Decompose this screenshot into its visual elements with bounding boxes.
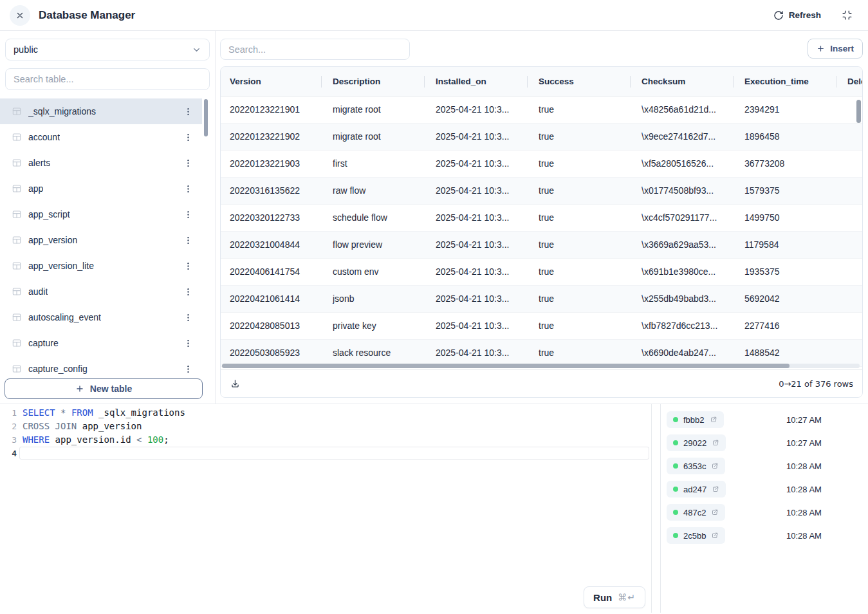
table-row[interactable]: 20220123221902migrate root2025-04-21 10:… <box>221 124 862 151</box>
sidebar-scrollbar[interactable] <box>204 99 208 136</box>
table-search-input[interactable] <box>5 68 210 90</box>
table-cell[interactable]: 2025-04-21 10:3... <box>436 232 533 259</box>
table-cell[interactable]: 1935375 <box>744 259 842 286</box>
table-cell[interactable]: true <box>539 286 636 313</box>
column-header[interactable]: Installed_on <box>436 67 532 97</box>
table-menu-button[interactable] <box>182 363 194 375</box>
table-cell[interactable]: migrate root <box>333 97 430 124</box>
table-row[interactable]: 20220428085013private key2025-04-21 10:3… <box>221 313 862 340</box>
table-menu-button[interactable] <box>182 106 194 118</box>
table-cell[interactable]: true <box>539 151 636 178</box>
table-cell[interactable]: \x3669a629aa53... <box>642 232 739 259</box>
table-cell[interactable]: 20220123221903 <box>230 151 328 178</box>
table-cell[interactable]: 5692042 <box>744 286 842 313</box>
table-cell[interactable]: 36773208 <box>744 151 842 178</box>
table-menu-button[interactable] <box>182 312 194 324</box>
table-cell[interactable]: 20220320122733 <box>230 205 328 232</box>
column-header[interactable]: Description <box>333 67 429 97</box>
table-cell[interactable]: true <box>539 124 636 151</box>
query-pill[interactable]: 6353c <box>667 458 725 474</box>
sidebar-table-item[interactable]: app_script <box>0 201 202 227</box>
table-cell[interactable]: 20220123221901 <box>230 97 328 124</box>
table-row[interactable]: 20220421061414jsonb2025-04-21 10:3...tru… <box>221 286 862 313</box>
sql-editor[interactable]: 1 SELECT * FROM _sqlx_migrations 2 CROSS… <box>0 404 652 613</box>
refresh-button[interactable]: Refresh <box>773 10 821 21</box>
external-link-icon[interactable] <box>711 532 719 539</box>
table-cell[interactable]: private key <box>333 313 430 340</box>
external-link-icon[interactable] <box>711 462 719 470</box>
table-cell[interactable]: true <box>539 178 636 205</box>
query-pill[interactable]: 487c2 <box>667 504 725 521</box>
table-cell[interactable]: \x255db49babd3... <box>642 286 739 313</box>
editor-line[interactable]: 3 WHERE app_version.id < 100; <box>0 433 651 447</box>
table-cell[interactable]: raw flow <box>333 178 430 205</box>
table-menu-button[interactable] <box>182 209 194 221</box>
table-cell[interactable]: 1896458 <box>744 124 842 151</box>
table-cell[interactable]: 2025-04-21 10:3... <box>436 340 533 367</box>
table-cell[interactable]: true <box>539 205 636 232</box>
external-link-icon[interactable] <box>712 485 719 493</box>
column-header[interactable]: Success <box>539 67 635 97</box>
table-cell[interactable]: true <box>539 259 636 286</box>
table-cell[interactable]: 20220406141754 <box>230 259 328 286</box>
table-menu-button[interactable] <box>182 131 194 144</box>
table-cell[interactable]: 2394291 <box>744 97 842 124</box>
table-row[interactable]: 20220123221901migrate root2025-04-21 10:… <box>221 97 862 124</box>
query-pill[interactable]: 2c5bb <box>667 527 725 544</box>
table-cell[interactable]: 20220421061414 <box>230 286 328 313</box>
table-cell[interactable]: custom env <box>333 259 430 286</box>
table-cell[interactable]: 1579375 <box>744 178 842 205</box>
table-cell[interactable]: 2025-04-21 10:3... <box>436 259 533 286</box>
table-cell[interactable]: 2025-04-21 10:3... <box>436 286 533 313</box>
column-header[interactable]: Checksum <box>642 67 738 97</box>
table-cell[interactable]: true <box>539 97 636 124</box>
query-pill[interactable]: fbbb2 <box>667 411 724 428</box>
new-table-button[interactable]: New table <box>5 378 203 399</box>
sidebar-table-item[interactable]: autoscaling_event <box>0 304 202 330</box>
table-cell[interactable]: 1488542 <box>744 340 842 367</box>
table-cell[interactable]: 20220123221902 <box>230 124 328 151</box>
table-cell[interactable]: \x6690de4ab247... <box>642 340 739 367</box>
column-header[interactable]: Dele <box>847 67 863 97</box>
grid-search-input[interactable] <box>220 39 410 60</box>
column-header[interactable]: Version <box>230 67 326 97</box>
table-menu-button[interactable] <box>182 286 194 298</box>
table-menu-button[interactable] <box>182 157 194 169</box>
schema-select[interactable]: public <box>5 39 210 60</box>
table-row[interactable]: 20220316135622raw flow2025-04-21 10:3...… <box>221 178 862 205</box>
query-history-item[interactable]: ad247 10:28 AM <box>667 478 868 501</box>
external-link-icon[interactable] <box>710 416 717 423</box>
sidebar-table-item[interactable]: capture <box>0 330 202 356</box>
table-cell[interactable]: \x01774508bf93... <box>642 178 739 205</box>
table-cell[interactable]: 2025-04-21 10:3... <box>436 97 533 124</box>
table-row[interactable]: 20220320122733schedule flow2025-04-21 10… <box>221 205 862 232</box>
table-cell[interactable]: 1499750 <box>744 205 842 232</box>
table-menu-button[interactable] <box>182 234 194 247</box>
table-cell[interactable]: \xfb7827d6cc213... <box>642 313 739 340</box>
table-cell[interactable]: 2025-04-21 10:3... <box>436 205 533 232</box>
grid-horizontal-scrollbar-thumb[interactable] <box>222 364 790 368</box>
table-cell[interactable]: \xf5a280516526... <box>642 151 739 178</box>
collapse-button[interactable] <box>842 10 853 21</box>
editor-line[interactable]: 4 <box>0 447 651 460</box>
table-row[interactable]: 20220503085923slack resource2025-04-21 1… <box>221 340 862 367</box>
sidebar-table-item[interactable]: capture_config <box>0 356 202 382</box>
insert-button[interactable]: Insert <box>808 39 863 59</box>
table-cell[interactable]: \x9ece274162d7... <box>642 124 739 151</box>
table-cell[interactable]: 20220428085013 <box>230 313 328 340</box>
query-history-item[interactable]: 2c5bb 10:28 AM <box>667 524 868 547</box>
table-cell[interactable]: 2025-04-21 10:3... <box>436 124 533 151</box>
table-menu-button[interactable] <box>182 183 194 195</box>
table-cell[interactable]: true <box>539 232 636 259</box>
table-cell[interactable]: jsonb <box>333 286 430 313</box>
table-cell[interactable]: true <box>539 313 636 340</box>
table-cell[interactable]: flow preview <box>333 232 430 259</box>
table-cell[interactable]: 20220316135622 <box>230 178 328 205</box>
table-cell[interactable]: schedule flow <box>333 205 430 232</box>
external-link-icon[interactable] <box>711 508 719 516</box>
table-cell[interactable]: 2025-04-21 10:3... <box>436 313 533 340</box>
table-cell[interactable]: 2025-04-21 10:3... <box>436 178 533 205</box>
table-cell[interactable]: 2277416 <box>744 313 842 340</box>
sidebar-table-item[interactable]: alerts <box>0 150 202 176</box>
table-cell[interactable]: true <box>539 340 636 367</box>
